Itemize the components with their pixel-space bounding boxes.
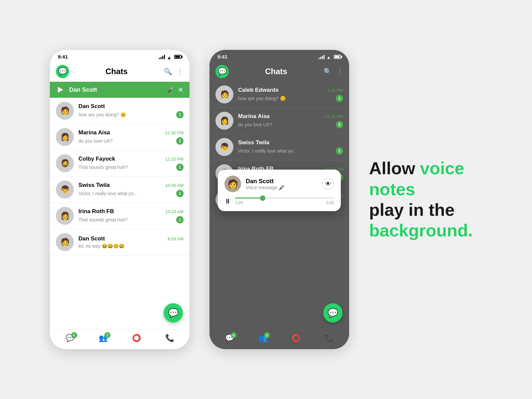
avatar-dark-marina: 👩 [215, 112, 233, 130]
progress-bar[interactable]: 1:25 5:31 [235, 198, 334, 205]
eye-button-popup[interactable]: 👁 [322, 178, 334, 190]
chat-list-light: 🧑 Dan Scott how are you doing? 😊 1 👩 Mar… [50, 98, 190, 330]
mic-icon-banner: 🎤 [167, 87, 174, 93]
whatsapp-logo-light: 💬 [56, 65, 69, 78]
chat-name: Swiss Twila [78, 182, 110, 189]
chat-preview: That sounds great huh? [78, 165, 176, 170]
chat-bottom-dark: how are you doing? 😊 1 [238, 95, 343, 102]
chat-item-light-5[interactable]: 🧑 Dan Scott 8:03 AM lol, no way 😂😂😊😂 [50, 229, 190, 255]
nav-item-dark-1[interactable]: 👥 3 [258, 334, 267, 342]
play-button-banner[interactable] [56, 85, 65, 94]
chat-item-light-3[interactable]: 👦 Swiss Twila 10:45 AM Victor, I really … [50, 177, 190, 203]
tagline-line3: background. [369, 221, 473, 240]
nav-item-dark-2[interactable]: ⭕ [292, 334, 301, 342]
chat-preview-dark: Victor, I really love what yo... [238, 148, 336, 154]
chat-content: Colby Fayock 12:15 PM That sounds great … [78, 156, 184, 171]
nav-icon: 📞 [165, 334, 174, 342]
chat-bottom-dark: do you love UX? 2 [238, 121, 343, 128]
chat-item-dark-0[interactable]: 🧑 Caleb Edwards 1:29 PM how are you doin… [209, 81, 349, 108]
whatsapp-logo-dark: 💬 [215, 65, 229, 78]
chat-item-light-4[interactable]: 👩 Irina Roth FB 10:23 AM That sounds gre… [50, 203, 190, 229]
avatar-swiss: 👦 [56, 181, 74, 199]
nav-item-dark-0[interactable]: 💬 6 [225, 334, 234, 342]
voice-banner: Dan Scott 🎤 ✕ [50, 82, 190, 98]
chat-top: Irina Roth FB 10:23 AM [78, 208, 184, 215]
chat-preview: That sounds great huh? [78, 217, 176, 222]
chat-item-dark-2[interactable]: 👦 Swiss Twila Victor, I really love what… [209, 134, 349, 160]
compose-fab-light[interactable]: 💬 [164, 303, 183, 323]
chat-item-light-1[interactable]: 👩 Marina Aisa 12:30 PM do you love UX? 2 [50, 124, 190, 150]
nav-icon-dark: ⭕ [292, 334, 301, 342]
status-bar-dark: 9:41 ▲ [209, 50, 349, 62]
header-icons-light: 🔍 ⋮ [164, 67, 184, 75]
chat-name-dark: Caleb Edwards [238, 87, 279, 93]
chat-top: Dan Scott [78, 103, 184, 110]
pause-button-popup[interactable]: ⏸ [224, 198, 231, 205]
unread-badge: 1 [176, 190, 184, 197]
nav-icon-dark: 📞 [325, 334, 334, 342]
bottom-nav-dark: 💬 6 👥 3 ⭕ 📞 [209, 330, 349, 349]
chat-bottom: how are you doing? 😊 1 [78, 111, 184, 118]
nav-icon: ⭕ [132, 334, 141, 342]
avatar-dark-caleb: 🧑 [215, 85, 233, 103]
unread-badge-dark: 1 [336, 95, 343, 102]
header-title-light: Chats [72, 67, 161, 76]
compose-fab-dark[interactable]: 💬 [323, 303, 342, 323]
chat-item-light-0[interactable]: 🧑 Dan Scott how are you doing? 😊 1 [50, 98, 190, 124]
nav-item-light-3[interactable]: 📞 [165, 334, 174, 342]
wifi-icon-light: ▲ [167, 55, 172, 59]
chat-bottom: That sounds great huh? 1 [78, 164, 184, 171]
phone-light: 9:41 ▲ 💬 Chats 🔍 ⋮ [50, 50, 190, 349]
chat-bottom: lol, no way 😂😂😊😂 [78, 243, 184, 249]
chat-preview: how are you doing? 😊 [78, 112, 176, 117]
nav-item-dark-3[interactable]: 📞 [325, 334, 334, 342]
chat-content: Irina Roth FB 10:23 AM That sounds great… [78, 208, 184, 223]
chat-top-dark: Caleb Edwards 1:29 PM [238, 87, 343, 93]
nav-item-light-2[interactable]: ⭕ [132, 334, 141, 342]
popup-contact-name: Dan Scott [246, 178, 318, 185]
chat-time: 8:03 AM [168, 236, 184, 241]
tagline-line2: play in the [369, 200, 455, 219]
status-time-light: 9:41 [58, 54, 68, 60]
avatar-colby: 🧔 [56, 154, 74, 172]
chat-content: Marina Aisa 12:30 PM do you love UX? 2 [78, 129, 184, 145]
chat-item-dark-1[interactable]: 👩 Marina Aisa 12:30 PM do you love UX? 2 [209, 108, 349, 134]
chat-preview: do you love UX? [78, 138, 176, 144]
chat-preview-dark: do you love UX? [238, 122, 336, 127]
nav-badge: 3 [104, 332, 110, 338]
avatar-dark-swiss: 👦 [215, 138, 233, 156]
nav-badge-dark: 3 [264, 332, 270, 338]
chat-time: 12:15 PM [165, 157, 184, 162]
nav-item-light-1[interactable]: 👥 3 [99, 334, 108, 342]
status-time-dark: 9:41 [217, 54, 227, 60]
search-icon-dark[interactable]: 🔍 [324, 67, 332, 75]
nav-item-light-0[interactable]: 💬 6 [66, 334, 74, 342]
chat-item-light-2[interactable]: 🧔 Colby Fayock 12:15 PM That sounds grea… [50, 150, 190, 177]
player-row: ⏸ 1:25 5:31 [224, 198, 334, 205]
avatar-dan: 🧑 [56, 233, 74, 251]
chat-top-dark: Marina Aisa 12:30 PM [238, 113, 343, 120]
avatar-marina: 👩 [56, 128, 74, 146]
time-row: 1:25 5:31 [235, 200, 334, 205]
chat-bottom-dark: Victor, I really love what yo... 1 [238, 147, 343, 155]
menu-icon-light[interactable]: ⋮ [177, 67, 184, 75]
chat-content: Dan Scott how are you doing? 😊 1 [78, 103, 184, 118]
search-icon-light[interactable]: 🔍 [164, 67, 172, 75]
chat-top: Colby Fayock 12:15 PM [78, 156, 184, 162]
unread-badge: 2 [176, 137, 184, 145]
unread-badge: 1 [176, 216, 184, 223]
header-title-dark: Chats [232, 67, 320, 76]
popup-avatar: 🧑 [224, 176, 241, 192]
app-header-dark: 💬 Chats 🔍 ⋮ [209, 62, 349, 81]
time-total: 5:31 [327, 200, 334, 205]
chat-name: Dan Scott [78, 235, 105, 242]
unread-badge-dark: 1 [336, 147, 343, 155]
menu-icon-dark[interactable]: ⋮ [336, 67, 343, 75]
progress-track [235, 198, 334, 199]
chat-name: Colby Fayock [78, 156, 115, 162]
tagline-line1: Allow [369, 159, 420, 178]
chat-top: Swiss Twila 10:45 AM [78, 182, 184, 189]
chat-content: Dan Scott 8:03 AM lol, no way 😂😂😊😂 [78, 235, 184, 249]
close-button-banner[interactable]: ✕ [178, 86, 184, 94]
popup-subtitle: Voice message 🎤 [246, 185, 318, 190]
